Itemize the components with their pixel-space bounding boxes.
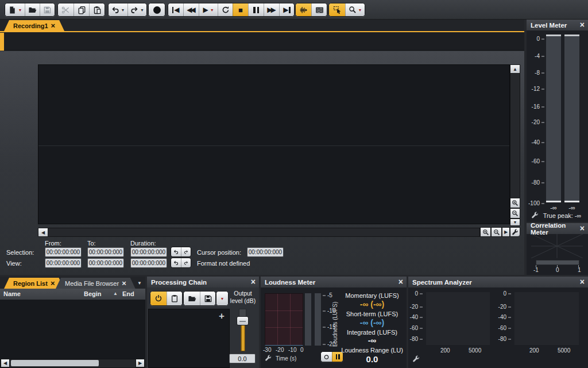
play-button[interactable]: ▶▼ — [199, 3, 218, 16]
sort-ascending-icon: ▲ — [113, 291, 118, 296]
undo-button[interactable]: ▼ — [109, 3, 127, 16]
copy-button[interactable] — [74, 3, 89, 16]
spectral-view-button[interactable] — [311, 3, 327, 16]
selection-to-field[interactable]: 00:00:00:000 — [87, 247, 124, 257]
rewind-button[interactable]: ◀◀ — [183, 3, 199, 16]
chain-save-button[interactable] — [200, 292, 215, 305]
horizontal-scrollbar-track[interactable] — [38, 228, 480, 237]
view-redo-button[interactable] — [181, 258, 191, 267]
selection-from-field[interactable]: 00:00:00:000 — [45, 247, 82, 257]
redo-button[interactable]: ▼ — [127, 3, 146, 16]
scroll-right-icon: ▶ — [504, 229, 508, 235]
corr-tick-zero: 0 — [556, 267, 559, 273]
loudness-meter-title: Loudness Meter — [261, 277, 407, 288]
effects-list[interactable]: + — [148, 309, 230, 368]
open-file-button[interactable] — [25, 3, 40, 16]
selection-duration-field[interactable]: 00:00:00:000 — [130, 247, 167, 257]
undo-dropdown-icon[interactable]: ▼ — [121, 8, 125, 12]
play-dropdown-icon[interactable]: ▼ — [210, 8, 214, 12]
tab-overflow-dropdown-icon[interactable]: ▼ — [137, 281, 142, 286]
paste-button[interactable] — [89, 3, 105, 16]
region-scrollbar-thumb[interactable] — [11, 360, 99, 366]
horizontal-zoom-in-button[interactable] — [480, 227, 491, 237]
scroll-left-button[interactable]: ◀ — [38, 228, 48, 237]
add-effect-button[interactable]: + — [219, 310, 225, 322]
view-from-field[interactable]: 00:00:00:000 — [45, 258, 82, 268]
overview-cursor[interactable] — [0, 33, 4, 51]
output-slider-handle[interactable] — [237, 316, 249, 325]
fast-forward-button[interactable]: ▶▶ — [264, 3, 279, 16]
region-list-tab-close-icon[interactable]: × — [51, 279, 55, 287]
db-tick: -60 — [498, 325, 511, 331]
loudness-reset-button[interactable] — [321, 352, 332, 362]
view-settings-button[interactable] — [510, 227, 520, 237]
selection-tool-button[interactable] — [329, 3, 345, 16]
new-file-button[interactable]: ▼ — [5, 3, 25, 16]
region-list-tab-bar: Region List × Media File Browser × ▼ — [0, 277, 145, 289]
vertical-zoom-out-button[interactable] — [510, 208, 520, 218]
chain-load-button[interactable] — [184, 292, 200, 305]
play-icon: ▶ — [203, 6, 208, 13]
scroll-right-button[interactable]: ▶ — [502, 227, 510, 237]
horizontal-zoom-out-button[interactable] — [491, 227, 502, 237]
loudness-meter-close-icon[interactable]: × — [399, 278, 403, 286]
column-name[interactable]: Name — [3, 290, 21, 297]
view-to-field[interactable]: 00:00:00:000 — [87, 258, 124, 268]
chain-enable-button[interactable] — [150, 292, 167, 305]
level-tick: -16 — [532, 103, 544, 110]
loudness-settings-button[interactable] — [265, 355, 272, 362]
tab-region-list[interactable]: Region List × — [4, 278, 64, 289]
spectrum-analyzer-close-icon[interactable]: × — [580, 278, 585, 286]
tab-recording1[interactable]: Recording1 × — [4, 20, 64, 31]
chain-paste-button[interactable] — [167, 292, 182, 305]
processing-chain-close-icon[interactable]: × — [251, 278, 256, 286]
overview-strip[interactable] — [0, 33, 524, 51]
save-button[interactable] — [40, 3, 55, 16]
scroll-up-button[interactable]: ▲ — [510, 64, 520, 74]
zoom-dropdown-icon[interactable]: ▼ — [358, 8, 362, 12]
output-level-value[interactable]: 0.0 — [229, 354, 256, 363]
level-tick: -40 — [532, 139, 544, 145]
skip-to-start-button[interactable]: ◀ — [168, 3, 183, 16]
tab-close-icon[interactable]: × — [51, 22, 56, 29]
record-button[interactable] — [149, 3, 165, 16]
scroll-down-button[interactable]: ▼ — [510, 218, 520, 226]
view-undo-button[interactable] — [171, 258, 181, 267]
region-scroll-left-button[interactable]: ◀ — [1, 359, 10, 367]
selection-redo-button[interactable] — [181, 247, 191, 256]
scroll-up-icon: ▲ — [513, 67, 517, 72]
new-file-dropdown-icon[interactable]: ▼ — [18, 8, 22, 12]
zoom-tool-button[interactable]: ▼ — [345, 3, 365, 16]
tab-media-file-browser[interactable]: Media File Browser × — [56, 278, 136, 289]
level-meter-close-icon[interactable]: × — [580, 21, 585, 29]
stop-button[interactable]: ■ — [233, 3, 248, 16]
waveform-view-button[interactable] — [296, 3, 311, 16]
level-meter-settings-button[interactable] — [531, 212, 539, 219]
cut-button[interactable] — [58, 3, 74, 16]
loop-icon — [222, 6, 230, 14]
lufs-axis-label: Loudness (LUFS) — [332, 294, 338, 347]
skip-to-end-button[interactable]: ▶ — [279, 3, 294, 16]
correlation-meter-close-icon[interactable]: × — [580, 224, 585, 232]
selection-undo-button[interactable] — [171, 247, 181, 256]
media-browser-tab-close-icon[interactable]: × — [122, 279, 126, 287]
left-channel-spectrum — [426, 292, 490, 345]
column-end[interactable]: End — [122, 290, 134, 297]
loop-playback-button[interactable] — [218, 3, 233, 16]
view-duration-field[interactable]: 00:00:00:000 — [130, 258, 167, 268]
corr-tick-pos1: 1 — [578, 267, 581, 273]
waveform-editor[interactable] — [38, 64, 510, 224]
spectrum-settings-button[interactable] — [412, 355, 420, 363]
output-level-label: Output level (dB) — [228, 290, 258, 304]
power-icon — [154, 294, 163, 302]
media-browser-tab-label: Media File Browser — [65, 280, 119, 287]
pause-button[interactable] — [248, 3, 264, 16]
redo-dropdown-icon[interactable]: ▼ — [140, 8, 144, 12]
cursor-position-field[interactable]: 00:00:00:000 — [247, 247, 284, 257]
output-slider-track[interactable] — [241, 325, 245, 351]
column-begin[interactable]: Begin — [84, 290, 102, 297]
vertical-zoom-in-button[interactable] — [510, 198, 520, 208]
region-list-body[interactable] — [0, 300, 145, 359]
chain-presets-dropdown[interactable]: ▼ — [216, 292, 228, 305]
region-scroll-right-button[interactable]: ▶ — [136, 359, 145, 367]
